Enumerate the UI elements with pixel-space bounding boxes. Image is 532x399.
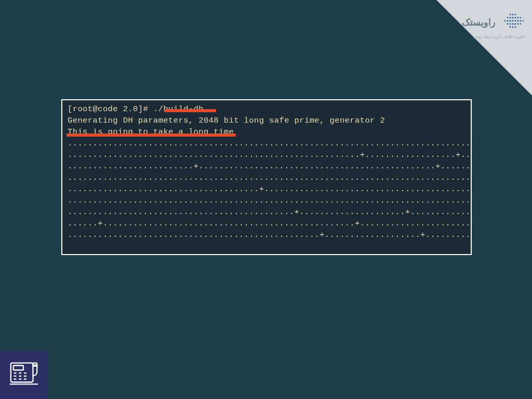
svg-point-22 <box>510 26 511 28</box>
svg-point-7 <box>512 17 513 18</box>
svg-point-24 <box>520 23 522 25</box>
svg-point-16 <box>507 23 509 25</box>
progress-line: ......................................+.… <box>68 184 472 194</box>
progress-line: ........................................… <box>68 230 472 240</box>
logo-dots-icon <box>501 10 525 34</box>
svg-rect-27 <box>14 365 23 370</box>
svg-point-12 <box>512 23 513 24</box>
shell-prompt: [root@code 2.0]# <box>68 104 153 114</box>
highlight-long-time <box>66 134 236 137</box>
svg-point-17 <box>512 14 514 16</box>
progress-line: ........................................… <box>68 196 472 205</box>
svg-point-11 <box>507 17 509 19</box>
corner-ribbon: راویستک فناوری اطلاعات گروه ارتباط رویش <box>397 0 532 104</box>
svg-point-1 <box>514 20 516 21</box>
svg-point-21 <box>515 26 516 28</box>
progress-line: ......+.................................… <box>68 219 472 228</box>
svg-point-25 <box>523 20 524 21</box>
progress-line: ........................................… <box>68 139 472 148</box>
svg-point-5 <box>507 20 508 21</box>
brand-logo: راویستک فناوری اطلاعات گروه ارتباط رویش <box>442 10 525 39</box>
progress-line: .........................+..............… <box>68 162 472 171</box>
output-line-generating: Generating DH parameters, 2048 bit long … <box>68 116 385 125</box>
ribbon-shape <box>436 0 532 96</box>
svg-point-10 <box>510 17 511 19</box>
svg-point-23 <box>520 17 522 19</box>
svg-point-2 <box>517 20 518 21</box>
svg-point-13 <box>514 23 516 24</box>
highlight-build-dh <box>164 109 216 112</box>
brand-name: راویستک <box>462 17 496 28</box>
svg-point-0 <box>512 20 513 21</box>
phone-badge[interactable] <box>0 351 48 399</box>
svg-point-4 <box>509 20 511 21</box>
progress-line: ........................................… <box>68 173 472 182</box>
svg-point-15 <box>510 23 511 25</box>
svg-point-19 <box>510 14 511 16</box>
svg-point-3 <box>520 20 521 21</box>
terminal-window: [root@code 2.0]# ./build-dh Generating D… <box>61 99 472 255</box>
svg-point-9 <box>517 17 519 19</box>
svg-point-14 <box>517 23 519 25</box>
progress-line: ........................................… <box>68 207 472 217</box>
svg-point-6 <box>504 20 506 22</box>
svg-point-18 <box>515 14 516 16</box>
progress-line: ........................................… <box>68 150 472 159</box>
brand-tagline: فناوری اطلاعات گروه ارتباط رویش <box>442 35 525 39</box>
svg-point-20 <box>512 26 514 28</box>
svg-point-8 <box>514 17 516 18</box>
telephone-icon <box>8 358 40 393</box>
